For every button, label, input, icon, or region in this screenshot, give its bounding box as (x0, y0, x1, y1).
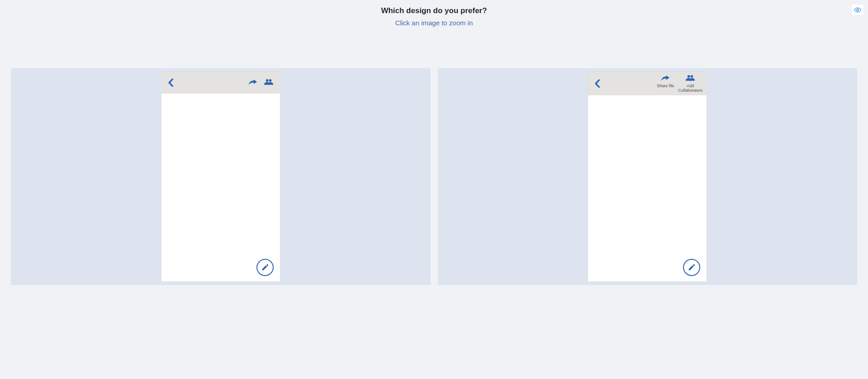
mock-a-header (161, 72, 280, 94)
page-title: Which design do you prefer? (0, 6, 868, 15)
collaborators-button[interactable] (264, 78, 274, 87)
add-collaborators-button[interactable]: Add Collaborators (677, 74, 704, 93)
eye-icon (854, 6, 861, 14)
pencil-icon (261, 263, 269, 271)
svg-point-1 (266, 79, 268, 82)
chevron-left-icon (594, 80, 600, 88)
design-option-a[interactable] (11, 68, 431, 285)
edit-fab[interactable] (256, 259, 274, 276)
mock-a (161, 72, 280, 281)
share-file-button[interactable]: Share file (657, 74, 674, 89)
chevron-left-icon (168, 79, 174, 87)
back-button[interactable] (168, 79, 174, 87)
back-button[interactable] (594, 80, 600, 88)
share-file-label: Share file (657, 84, 674, 89)
group-icon (264, 78, 274, 85)
design-option-b[interactable]: Share file Add Colla (438, 68, 858, 285)
group-icon (685, 74, 695, 81)
group-icon-wrap (685, 74, 695, 83)
share-button[interactable] (248, 78, 257, 87)
share-icon (661, 74, 670, 81)
add-collaborators-label: Add Collaborators (677, 84, 704, 93)
page-header: Which design do you prefer? Click an ima… (0, 6, 868, 27)
edit-fab[interactable] (683, 259, 700, 276)
share-icon (248, 78, 257, 85)
mock-b-actions: Share file Add Colla (657, 74, 704, 93)
page-subtitle: Click an image to zoom in (0, 19, 868, 27)
svg-point-3 (688, 75, 690, 78)
pencil-icon (688, 263, 696, 271)
svg-point-4 (691, 75, 693, 78)
mock-a-actions (248, 78, 274, 87)
svg-point-2 (269, 79, 271, 82)
options-grid: Share file Add Colla (0, 68, 868, 285)
mock-b-header: Share file Add Colla (588, 72, 707, 95)
mock-b: Share file Add Colla (588, 72, 707, 281)
page: Which design do you prefer? Click an ima… (0, 0, 868, 379)
share-icon-wrap (661, 74, 670, 83)
svg-point-0 (857, 9, 859, 11)
visibility-toggle-button[interactable] (852, 5, 863, 15)
